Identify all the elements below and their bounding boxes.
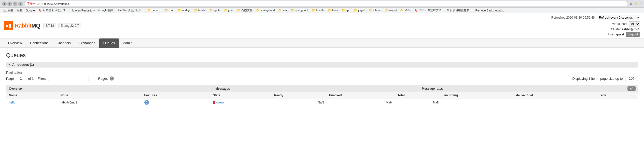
nav-overview[interactable]: Overview — [4, 38, 26, 48]
queue-name-link[interactable]: hello — [9, 101, 15, 104]
address-bar[interactable]: 不安全 10.15.0.4:15672/#/queues — [24, 1, 628, 6]
nav-admin[interactable]: Admin — [119, 38, 136, 48]
bookmark-springcloud[interactable]: 📁 springcloud — [255, 8, 276, 12]
cell-total: NaN — [395, 99, 442, 106]
star-icon[interactable]: ☆ — [629, 2, 633, 6]
col-total: Total — [395, 92, 442, 99]
state-link[interactable]: down — [216, 101, 224, 104]
cell-unacked: NaN — [326, 99, 395, 106]
bookmark-maven[interactable]: Maven Repository — [71, 9, 96, 12]
main-nav: Overview Connections Channels Exchanges … — [0, 38, 644, 48]
bookmark-mysql[interactable]: 📁 mysql — [384, 8, 398, 12]
cluster-value: rabbit@mq1 — [622, 28, 640, 31]
bookmark-jqgrid[interactable]: 📁 jqgrid — [353, 8, 366, 12]
browser-actions: ☆ ⚡ ⋮ — [629, 2, 642, 6]
vhost-select[interactable]: All — [629, 21, 640, 27]
section-title: All queues (1) — [12, 63, 34, 67]
col-unacked: Unacked — [326, 92, 395, 99]
bookmarks-bar: 📋 应用 百度 Google 🔖 用户登录 - 码云 Git... Maven … — [0, 8, 644, 13]
logo-area: RabbitRabbitMQMQ 3.7.18 Erlang 22.0.7 — [4, 21, 81, 30]
cell-name: hello — [6, 99, 58, 106]
cell-node: rabbit@mq1 — [58, 99, 142, 106]
bookmark-hadoop[interactable]: 📁 hadoop — [146, 8, 162, 12]
bookmark-baidu[interactable]: 百度 — [16, 8, 23, 12]
bookmark-remove-bg[interactable]: Remove Background... — [474, 9, 505, 12]
filter-input[interactable] — [48, 76, 89, 81]
refresh-button[interactable]: ↻ — [13, 2, 17, 6]
page-size-input[interactable] — [625, 76, 638, 81]
col-ready: Ready — [272, 92, 326, 99]
url-text: 10.15.0.4:15672/#/queues — [36, 2, 69, 5]
logout-button[interactable]: Log out — [626, 32, 640, 37]
regex-label: Regex — [98, 77, 108, 81]
bookmark-csdn[interactable]: 🔖 CSDN-专业IT技术... — [413, 8, 445, 12]
svg-rect-2 — [9, 26, 11, 28]
nav-connections[interactable]: Connections — [26, 38, 52, 48]
bookmark-git[interactable]: 🔖 用户登录 - 码云 Git... — [37, 8, 70, 12]
bookmark-baizhi[interactable]: 📁 baizhi — [193, 8, 207, 12]
refreshed-text: Refreshed 2020-03-20 09:59:49 — [551, 16, 595, 19]
back-button[interactable]: ◀ — [2, 2, 7, 6]
regex-checkbox[interactable] — [93, 77, 96, 80]
page-number-input[interactable] — [16, 76, 26, 81]
filter-label: - Filter: — [36, 77, 46, 81]
plus-minus-area: +/- — [625, 85, 638, 92]
bookmark-google[interactable]: Google — [25, 9, 36, 12]
feature-badge: D — [144, 100, 149, 105]
bookmark-springboot[interactable]: 📁 springboot — [290, 8, 309, 12]
state-indicator-container: down — [213, 101, 269, 104]
version-badge: 3.7.18 — [43, 23, 56, 28]
bookmark-shimo[interactable]: 📁 石墨文档 — [236, 8, 254, 12]
col-name: Name — [6, 92, 58, 99]
bookmark-linux[interactable]: 📁 linux — [327, 8, 339, 12]
message-rates-group-label: Message rates — [419, 86, 625, 91]
user-label: User — [608, 33, 614, 36]
nav-exchanges[interactable]: Exchanges — [75, 38, 99, 48]
col-state: State — [210, 92, 272, 99]
user-row: User guest Log out — [608, 32, 640, 37]
cell-state: down — [210, 99, 272, 106]
svg-rect-0 — [6, 25, 8, 27]
home-button[interactable]: ⌂ — [18, 2, 23, 6]
bookmark-nodejs[interactable]: 📁 nodejs — [177, 8, 191, 12]
forward-button[interactable]: ▶ — [7, 2, 12, 6]
refresh-select[interactable]: Refresh every 5 seconds No refresh Refre… — [597, 15, 640, 20]
plus-minus-button[interactable]: +/- — [627, 86, 636, 91]
nav-channels[interactable]: Channels — [52, 38, 75, 48]
cell-features: D — [142, 99, 210, 106]
main-content: Queues ▼ All queues (1) Pagination Page … — [0, 48, 644, 110]
cluster-label: Cluster — [611, 28, 621, 31]
extensions-icon[interactable]: ⚡ — [634, 2, 638, 6]
page-label: Page — [6, 77, 14, 81]
pagination-controls: Page of 1 - Filter: Regex ? Displaying 1… — [6, 76, 638, 81]
bookmark-jeesite[interactable]: JeeSite 快速开发平... — [116, 8, 145, 12]
help-icon[interactable]: ? — [110, 76, 114, 81]
section-arrow-icon: ▼ — [8, 63, 11, 66]
menu-icon[interactable]: ⋮ — [639, 2, 642, 6]
bookmark-rnd[interactable]: 研发项目组任务参... — [446, 8, 473, 12]
bookmark-java[interactable]: 📁 java — [223, 8, 234, 12]
browser-chrome: ◀ ▶ ↻ ⌂ 不安全 10.15.0.4:15672/#/queues ☆ ⚡… — [0, 0, 644, 8]
bookmark-google-translate[interactable]: Google 翻译 — [97, 8, 115, 12]
bookmark-fastdfs[interactable]: 📁 fastdfs — [311, 8, 325, 12]
messages-group-label: Messages — [213, 86, 419, 91]
bookmark-vpn[interactable]: 📁 vpn — [341, 8, 352, 12]
column-group-header: Overview Messages Message rates +/- — [6, 85, 638, 92]
bookmark-solr[interactable]: 📁 solr — [277, 8, 288, 12]
version-info: 3.7.18 Erlang 22.0.7 — [43, 23, 81, 28]
vhost-label: Virtual host — [612, 22, 627, 26]
top-header: RabbitRabbitMQMQ 3.7.18 Erlang 22.0.7 Re… — [0, 13, 644, 38]
erlang-badge: Erlang 22.0.7 — [58, 23, 81, 28]
bookmark-iphone[interactable]: 📁 iphone — [368, 8, 382, 12]
bookmark-mac[interactable]: 📁 mac — [164, 8, 175, 12]
queues-table: Name Node Features State Ready Unacked T… — [6, 92, 638, 106]
logo-icon — [4, 21, 13, 30]
col-incoming: incoming — [442, 92, 514, 99]
bookmark-s10[interactable]: 📁 s10+ — [399, 8, 412, 12]
bookmark-apps[interactable]: 📋 应用 — [2, 8, 14, 12]
bookmark-apple[interactable]: 📁 apple — [208, 8, 221, 12]
all-queues-section[interactable]: ▼ All queues (1) — [6, 62, 638, 68]
table-header-row: Name Node Features State Ready Unacked T… — [6, 92, 638, 99]
nav-queues[interactable]: Queues — [99, 38, 119, 48]
state-indicator-icon — [213, 101, 215, 104]
